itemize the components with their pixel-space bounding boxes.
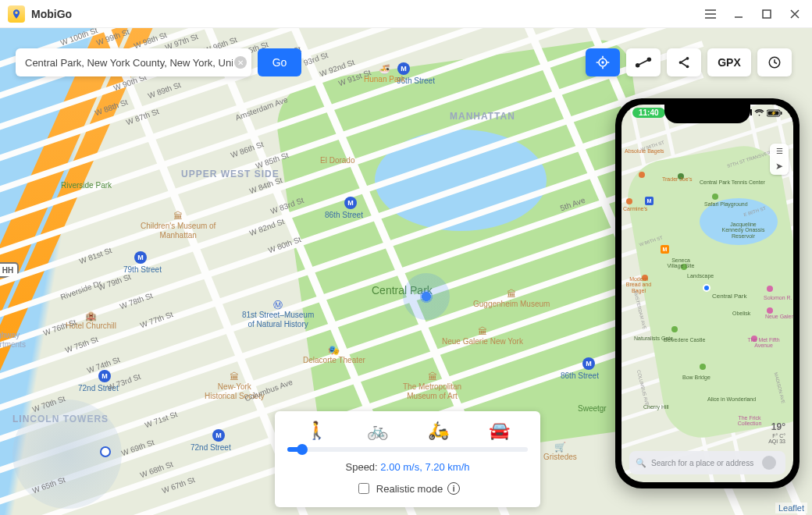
compass-widget[interactable] (12, 400, 122, 509)
mode-bike-icon[interactable]: 🚲 (367, 421, 388, 441)
phone-poi-dot (767, 307, 773, 314)
map-attribution[interactable]: Leaflet (775, 503, 807, 513)
subway-label: 86th Street (325, 211, 363, 220)
phone-poi-dot (700, 364, 706, 370)
phone-poi-label: The Frick Collection (731, 415, 768, 427)
poi-label: 🎭Delacorte Theater (303, 345, 365, 365)
phone-notch (664, 105, 750, 123)
speed-slider[interactable] (287, 447, 528, 452)
poi-label: 🏛Neue Galerie New York (442, 326, 523, 346)
phone-poi-dot (712, 194, 718, 200)
poi-label: Sweetgr (578, 404, 607, 414)
app-title: MobiGo (31, 8, 72, 20)
route-button[interactable] (626, 48, 661, 76)
svg-rect-33 (781, 112, 782, 115)
subway-icon: M (212, 429, 225, 442)
poi-label: ighway artments (0, 331, 26, 350)
phone-poi-label: Landscape (687, 273, 714, 279)
phone-preview: 11:40 ⚡ (615, 98, 800, 488)
poi-label: El Dorado (320, 156, 354, 165)
speed-display: Speed: 2.00 m/s, 7.20 km/h (286, 461, 529, 473)
svg-text:⚡: ⚡ (771, 110, 777, 116)
phone-poi-label: Seneca Village Site (665, 258, 696, 269)
transport-modes: 🚶 🚲 🛵 🚘 (286, 421, 529, 441)
mode-scooter-icon[interactable]: 🛵 (428, 421, 449, 441)
current-location-marker (403, 273, 450, 320)
area-label: UPPER WEST SIDE (181, 169, 280, 179)
app-logo (8, 5, 25, 23)
poi-label: Riverside Park (61, 181, 112, 190)
window-controls (701, 5, 804, 23)
phone-search-bar[interactable]: 🔍 Search for a place or address (629, 451, 785, 474)
subway-icon: M (98, 370, 111, 382)
search-row: ✕ Go (16, 48, 301, 76)
phone-time-pill: 11:40 (632, 108, 665, 118)
subway-icon: M (344, 197, 357, 209)
maximize-button[interactable] (757, 5, 776, 23)
poi-label: 🏛Guggenheim Museum (473, 289, 550, 309)
realistic-label: Realistic mode (376, 483, 443, 495)
history-button[interactable] (757, 48, 792, 76)
subway-label: 86th Street (561, 371, 599, 381)
share-button[interactable] (667, 48, 701, 76)
minimize-button[interactable] (729, 5, 748, 23)
subway-icon: M (582, 357, 595, 370)
phone-poi-label: The Met Fifth Avenue (745, 337, 782, 349)
phone-subway-icon: M (645, 197, 654, 205)
phone-weather: 19° F° C° AQI 33 (768, 422, 785, 445)
clear-search-icon[interactable]: ✕ (234, 56, 247, 69)
map-area[interactable]: HH MANHATTAN UPPER WEST SIDE LINCOLN TOW… (0, 28, 812, 515)
speed-panel: 🚶 🚲 🛵 🚘 Speed: 2.00 m/s, 7.20 km/h Reali… (275, 411, 540, 507)
menu-icon[interactable] (701, 5, 720, 23)
search-input[interactable] (23, 56, 234, 69)
info-icon[interactable]: i (447, 482, 460, 495)
subway-icon: M (134, 251, 147, 264)
phone-poi-dot (767, 286, 773, 292)
phone-poi-label: Trader Joe's (662, 176, 692, 182)
phone-subway-icon: M (661, 245, 669, 254)
phone-poi-dot (639, 172, 645, 178)
realistic-checkbox[interactable] (358, 483, 369, 494)
phone-poi-label: Jacqueline Kennedy Onassis Reservoir (720, 222, 767, 239)
phone-poi-label: Safari Playground (704, 201, 748, 207)
search-icon: 🔍 (636, 458, 646, 468)
phone-poi-label: Obelisk (732, 311, 750, 316)
svg-point-24 (601, 61, 604, 63)
phone-poi-label: Carmine's (623, 206, 647, 211)
realistic-row: Realistic mode i (286, 481, 529, 496)
poi-label: 🏛Children's Museum of Manhattan (141, 211, 215, 240)
phone-poi-label: Central Park (712, 293, 746, 300)
phone-search-placeholder: Search for a place or address (651, 459, 753, 467)
tool-row: GPX (586, 48, 792, 76)
phone-avatar[interactable] (742, 456, 776, 470)
locate-button[interactable] (586, 48, 620, 76)
title-bar: MobiGo (0, 0, 812, 28)
phone-poi-dot (671, 326, 678, 332)
poi-label: 🛒Gristedes (543, 442, 577, 462)
poi-label: Ⓜ81st Street–Museum of Natural History (242, 300, 314, 329)
close-button[interactable] (785, 5, 804, 23)
phone-poi-dot (626, 198, 632, 204)
phone-poi-label: Modern Bread and Bagel (623, 276, 654, 293)
poi-label: 🏛The Metropolitan Museum of Art (403, 371, 461, 401)
go-button[interactable]: Go (258, 48, 301, 76)
phone-poi-label: Solomon R. (764, 295, 792, 300)
phone-poi-label: Neue Galerie (765, 314, 793, 319)
phone-map-layers-button[interactable]: ☰➤ (770, 144, 789, 175)
phone-location-dot (703, 284, 710, 292)
area-label: MANHATTAN (450, 111, 515, 122)
phone-poi-label: Bow Bridge (682, 375, 710, 380)
svg-rect-0 (763, 10, 771, 18)
phone-poi-label: Central Park Tennis Center (700, 179, 765, 185)
search-box: ✕ (16, 48, 251, 76)
phone-poi-label: Naturalists Gate (634, 336, 673, 341)
subway-label: 72nd Street (191, 443, 231, 453)
phone-poi-label: Alice in Wonderland (707, 396, 756, 402)
mode-walk-icon[interactable]: 🚶 (306, 421, 327, 441)
mode-car-icon[interactable]: 🚘 (489, 421, 510, 441)
gpx-button[interactable]: GPX (707, 48, 751, 76)
